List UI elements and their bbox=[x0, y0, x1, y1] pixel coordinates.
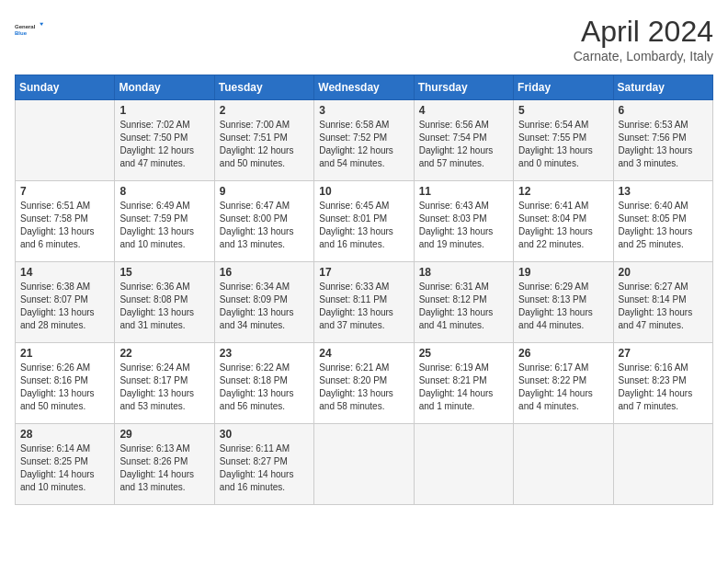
day-info: Sunrise: 6:33 AM Sunset: 8:11 PM Dayligh… bbox=[319, 281, 408, 332]
day-cell: 25Sunrise: 6:19 AM Sunset: 8:21 PM Dayli… bbox=[414, 343, 513, 424]
location: Carnate, Lombardy, Italy bbox=[574, 49, 713, 63]
day-number: 7 bbox=[20, 185, 109, 198]
day-cell: 8Sunrise: 6:49 AM Sunset: 7:59 PM Daylig… bbox=[115, 181, 214, 262]
week-row-4: 21Sunrise: 6:26 AM Sunset: 8:16 PM Dayli… bbox=[16, 343, 713, 424]
day-number: 30 bbox=[220, 428, 309, 441]
day-number: 27 bbox=[619, 347, 708, 360]
day-cell: 30Sunrise: 6:11 AM Sunset: 8:27 PM Dayli… bbox=[214, 424, 313, 505]
day-cell bbox=[16, 100, 115, 181]
day-cell bbox=[314, 424, 414, 505]
day-info: Sunrise: 6:19 AM Sunset: 8:21 PM Dayligh… bbox=[419, 362, 508, 413]
day-number: 2 bbox=[220, 104, 309, 117]
day-info: Sunrise: 6:21 AM Sunset: 8:20 PM Dayligh… bbox=[319, 362, 408, 413]
calendar-table: SundayMondayTuesdayWednesdayThursdayFrid… bbox=[15, 75, 713, 505]
header-cell-tuesday: Tuesday bbox=[214, 75, 313, 100]
day-cell: 3Sunrise: 6:58 AM Sunset: 7:52 PM Daylig… bbox=[314, 100, 414, 181]
week-row-3: 14Sunrise: 6:38 AM Sunset: 8:07 PM Dayli… bbox=[16, 262, 713, 343]
header-cell-sunday: Sunday bbox=[16, 75, 115, 100]
day-number: 12 bbox=[518, 185, 608, 198]
day-cell: 29Sunrise: 6:13 AM Sunset: 8:26 PM Dayli… bbox=[115, 424, 214, 505]
day-info: Sunrise: 6:51 AM Sunset: 7:58 PM Dayligh… bbox=[20, 200, 109, 251]
day-cell: 21Sunrise: 6:26 AM Sunset: 8:16 PM Dayli… bbox=[16, 343, 115, 424]
day-number: 20 bbox=[619, 266, 708, 279]
day-number: 29 bbox=[119, 428, 209, 441]
day-cell: 6Sunrise: 6:53 AM Sunset: 7:56 PM Daylig… bbox=[613, 100, 712, 181]
day-cell bbox=[613, 424, 712, 505]
day-cell: 24Sunrise: 6:21 AM Sunset: 8:20 PM Dayli… bbox=[314, 343, 414, 424]
day-info: Sunrise: 6:27 AM Sunset: 8:14 PM Dayligh… bbox=[619, 281, 708, 332]
day-info: Sunrise: 6:56 AM Sunset: 7:54 PM Dayligh… bbox=[419, 119, 508, 170]
day-cell: 26Sunrise: 6:17 AM Sunset: 8:22 PM Dayli… bbox=[514, 343, 613, 424]
day-info: Sunrise: 6:40 AM Sunset: 8:05 PM Dayligh… bbox=[619, 200, 708, 251]
day-info: Sunrise: 6:17 AM Sunset: 8:22 PM Dayligh… bbox=[518, 362, 608, 413]
day-number: 28 bbox=[20, 428, 109, 441]
day-cell: 1Sunrise: 7:02 AM Sunset: 7:50 PM Daylig… bbox=[115, 100, 214, 181]
day-cell: 27Sunrise: 6:16 AM Sunset: 8:23 PM Dayli… bbox=[613, 343, 712, 424]
day-number: 1 bbox=[119, 104, 209, 117]
day-cell: 5Sunrise: 6:54 AM Sunset: 7:55 PM Daylig… bbox=[514, 100, 613, 181]
day-info: Sunrise: 6:53 AM Sunset: 7:56 PM Dayligh… bbox=[619, 119, 708, 170]
day-info: Sunrise: 6:47 AM Sunset: 8:00 PM Dayligh… bbox=[220, 200, 309, 251]
header-cell-thursday: Thursday bbox=[414, 75, 513, 100]
logo-icon: General Blue bbox=[15, 15, 44, 44]
day-cell: 4Sunrise: 6:56 AM Sunset: 7:54 PM Daylig… bbox=[414, 100, 513, 181]
day-cell: 28Sunrise: 6:14 AM Sunset: 8:25 PM Dayli… bbox=[16, 424, 115, 505]
day-cell: 2Sunrise: 7:00 AM Sunset: 7:51 PM Daylig… bbox=[214, 100, 313, 181]
day-cell: 13Sunrise: 6:40 AM Sunset: 8:05 PM Dayli… bbox=[613, 181, 712, 262]
header-cell-wednesday: Wednesday bbox=[314, 75, 414, 100]
week-row-1: 1Sunrise: 7:02 AM Sunset: 7:50 PM Daylig… bbox=[16, 100, 713, 181]
svg-marker-2 bbox=[40, 23, 43, 26]
day-info: Sunrise: 6:45 AM Sunset: 8:01 PM Dayligh… bbox=[319, 200, 408, 251]
day-info: Sunrise: 6:24 AM Sunset: 8:17 PM Dayligh… bbox=[119, 362, 209, 413]
day-info: Sunrise: 6:26 AM Sunset: 8:16 PM Dayligh… bbox=[20, 362, 109, 413]
svg-text:Blue: Blue bbox=[15, 30, 28, 36]
day-number: 3 bbox=[319, 104, 408, 117]
day-info: Sunrise: 6:49 AM Sunset: 7:59 PM Dayligh… bbox=[119, 200, 209, 251]
day-info: Sunrise: 6:54 AM Sunset: 7:55 PM Dayligh… bbox=[518, 119, 608, 170]
day-number: 21 bbox=[20, 347, 109, 360]
title-block: April 2024 Carnate, Lombardy, Italy bbox=[574, 15, 713, 63]
day-info: Sunrise: 6:29 AM Sunset: 8:13 PM Dayligh… bbox=[518, 281, 608, 332]
month-title: April 2024 bbox=[574, 15, 713, 49]
day-cell: 20Sunrise: 6:27 AM Sunset: 8:14 PM Dayli… bbox=[613, 262, 712, 343]
day-number: 23 bbox=[220, 347, 309, 360]
day-number: 4 bbox=[419, 104, 508, 117]
day-number: 14 bbox=[20, 266, 109, 279]
day-number: 8 bbox=[119, 185, 209, 198]
svg-text:General: General bbox=[15, 24, 36, 29]
day-number: 9 bbox=[220, 185, 309, 198]
day-info: Sunrise: 6:41 AM Sunset: 8:04 PM Dayligh… bbox=[518, 200, 608, 251]
day-number: 6 bbox=[619, 104, 708, 117]
day-cell: 12Sunrise: 6:41 AM Sunset: 8:04 PM Dayli… bbox=[514, 181, 613, 262]
day-info: Sunrise: 6:16 AM Sunset: 8:23 PM Dayligh… bbox=[619, 362, 708, 413]
day-cell: 7Sunrise: 6:51 AM Sunset: 7:58 PM Daylig… bbox=[16, 181, 115, 262]
header-cell-monday: Monday bbox=[115, 75, 214, 100]
day-info: Sunrise: 6:13 AM Sunset: 8:26 PM Dayligh… bbox=[119, 442, 209, 494]
day-cell: 9Sunrise: 6:47 AM Sunset: 8:00 PM Daylig… bbox=[214, 181, 313, 262]
day-cell: 23Sunrise: 6:22 AM Sunset: 8:18 PM Dayli… bbox=[214, 343, 313, 424]
day-cell: 11Sunrise: 6:43 AM Sunset: 8:03 PM Dayli… bbox=[414, 181, 513, 262]
day-number: 18 bbox=[419, 266, 508, 279]
day-cell bbox=[514, 424, 613, 505]
day-cell bbox=[414, 424, 513, 505]
day-number: 17 bbox=[319, 266, 408, 279]
day-number: 25 bbox=[419, 347, 508, 360]
day-number: 16 bbox=[220, 266, 309, 279]
day-cell: 16Sunrise: 6:34 AM Sunset: 8:09 PM Dayli… bbox=[214, 262, 313, 343]
day-cell: 18Sunrise: 6:31 AM Sunset: 8:12 PM Dayli… bbox=[414, 262, 513, 343]
day-number: 22 bbox=[119, 347, 209, 360]
day-info: Sunrise: 7:00 AM Sunset: 7:51 PM Dayligh… bbox=[220, 119, 309, 170]
day-number: 15 bbox=[119, 266, 209, 279]
day-number: 19 bbox=[518, 266, 608, 279]
day-info: Sunrise: 6:43 AM Sunset: 8:03 PM Dayligh… bbox=[419, 200, 508, 251]
logo: General Blue bbox=[15, 15, 44, 44]
week-row-2: 7Sunrise: 6:51 AM Sunset: 7:58 PM Daylig… bbox=[16, 181, 713, 262]
header-row: SundayMondayTuesdayWednesdayThursdayFrid… bbox=[16, 75, 713, 100]
day-info: Sunrise: 6:31 AM Sunset: 8:12 PM Dayligh… bbox=[419, 281, 508, 332]
day-cell: 22Sunrise: 6:24 AM Sunset: 8:17 PM Dayli… bbox=[115, 343, 214, 424]
page-header: General Blue April 2024 Carnate, Lombard… bbox=[15, 15, 713, 63]
day-info: Sunrise: 6:11 AM Sunset: 8:27 PM Dayligh… bbox=[220, 442, 309, 494]
day-cell: 17Sunrise: 6:33 AM Sunset: 8:11 PM Dayli… bbox=[314, 262, 414, 343]
day-info: Sunrise: 7:02 AM Sunset: 7:50 PM Dayligh… bbox=[119, 119, 209, 170]
day-number: 11 bbox=[419, 185, 508, 198]
